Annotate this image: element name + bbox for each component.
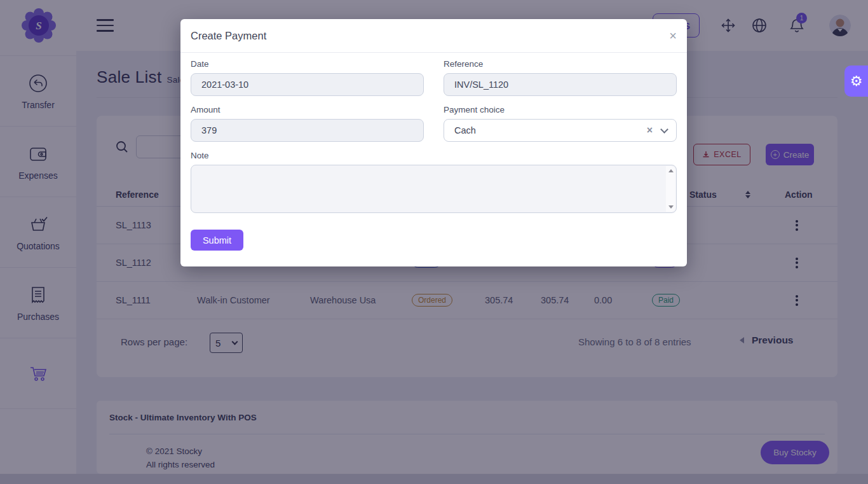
modal-title: Create Payment bbox=[191, 30, 266, 42]
amount-input[interactable] bbox=[191, 119, 424, 142]
submit-button[interactable]: Submit bbox=[191, 230, 243, 251]
scroll-down-icon[interactable] bbox=[668, 205, 674, 209]
date-label: Date bbox=[191, 59, 424, 69]
note-label: Note bbox=[191, 151, 677, 160]
payment-choice-select[interactable]: Cach × bbox=[444, 119, 677, 142]
reference-label: Reference bbox=[444, 59, 677, 69]
create-payment-modal: Create Payment × Date Reference Amount P… bbox=[180, 19, 687, 266]
clear-selection-icon[interactable]: × bbox=[647, 125, 653, 136]
note-field-wrap bbox=[191, 165, 677, 213]
reference-input[interactable] bbox=[444, 73, 677, 96]
note-textarea[interactable] bbox=[191, 165, 667, 212]
amount-label: Amount bbox=[191, 105, 424, 114]
close-icon[interactable]: × bbox=[669, 29, 677, 42]
payment-choice-label: Payment choice bbox=[444, 105, 677, 114]
date-input[interactable] bbox=[191, 73, 424, 96]
scroll-up-icon[interactable] bbox=[668, 169, 674, 172]
modal-header: Create Payment × bbox=[180, 19, 687, 53]
gear-icon: ⚙ bbox=[850, 73, 863, 90]
chevron-down-icon bbox=[660, 125, 668, 134]
textarea-scrollbar[interactable] bbox=[666, 166, 675, 212]
settings-gear-button[interactable]: ⚙ bbox=[844, 66, 868, 97]
